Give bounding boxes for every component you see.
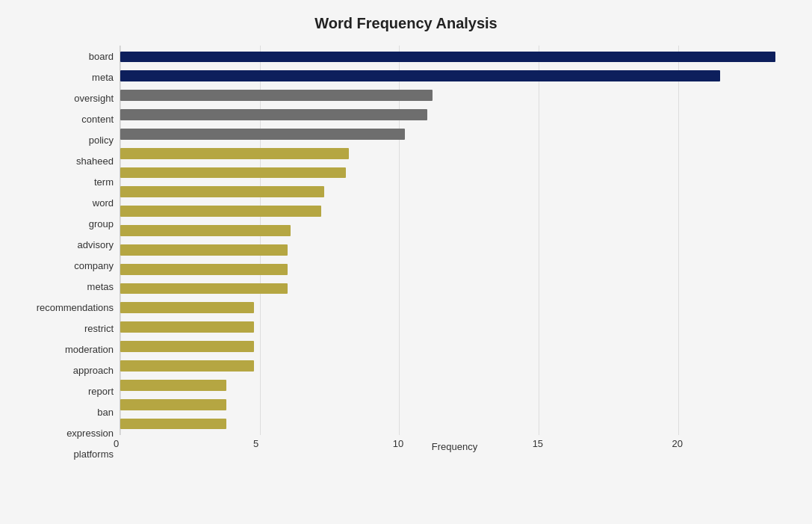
bar <box>120 90 433 101</box>
bar-row <box>120 105 790 125</box>
bar-row <box>120 240 790 259</box>
y-label: meta <box>92 73 114 82</box>
bar-row <box>120 86 790 105</box>
x-axis-title: Frequency <box>120 441 790 452</box>
x-tick-label: 20 <box>672 438 683 449</box>
bar <box>120 341 254 352</box>
bar <box>120 360 254 372</box>
y-label: platforms <box>74 449 114 459</box>
bar <box>120 380 226 391</box>
bar <box>120 167 346 179</box>
bar <box>120 264 288 275</box>
bar-row <box>120 67 790 86</box>
y-label: moderation <box>65 345 114 354</box>
y-axis-labels: boardmetaoversightcontentpolicyshaheedte… <box>22 46 120 465</box>
y-label: word <box>93 198 114 208</box>
y-label: metas <box>87 282 114 292</box>
x-axis: 05101520 Frequency <box>120 435 790 465</box>
bars-and-xaxis: 05101520 Frequency <box>120 46 790 465</box>
bar-row <box>120 144 790 163</box>
bar-row <box>120 182 790 202</box>
bar <box>120 225 291 236</box>
y-label: expression <box>66 428 114 438</box>
y-label: advisory <box>78 240 114 250</box>
bars-area <box>120 46 790 435</box>
x-tick-label: 10 <box>393 438 403 449</box>
bar <box>120 186 324 197</box>
bar <box>120 148 349 159</box>
bar-row <box>120 395 790 414</box>
y-label: policy <box>89 135 114 145</box>
bar-row <box>120 221 790 241</box>
x-tick-label: 5 <box>253 438 258 449</box>
y-label: content <box>81 114 114 124</box>
y-label: ban <box>97 407 114 417</box>
y-label: term <box>94 177 114 187</box>
y-label: group <box>89 219 114 229</box>
bar <box>120 302 254 313</box>
bar <box>120 109 427 120</box>
bar <box>120 52 775 63</box>
bar <box>120 321 254 333</box>
bar-row <box>120 318 790 337</box>
chart-title: Word Frequency Analysis <box>22 15 790 32</box>
bar <box>120 419 226 430</box>
y-label: approach <box>73 366 114 375</box>
bar <box>120 244 288 256</box>
bar-row <box>120 298 790 318</box>
bar-row <box>120 202 790 221</box>
y-label: board <box>89 52 114 61</box>
bar-row <box>120 47 790 67</box>
bar-row <box>120 414 790 434</box>
bar-row <box>120 259 790 279</box>
y-label: shaheed <box>76 156 114 166</box>
bar <box>120 399 226 410</box>
bar-row <box>120 357 790 376</box>
chart-area: boardmetaoversightcontentpolicyshaheedte… <box>22 46 790 465</box>
y-label: report <box>88 386 114 396</box>
bar-row <box>120 279 790 298</box>
bar <box>120 129 405 140</box>
bar-row <box>120 337 790 357</box>
bar-row <box>120 375 790 395</box>
x-tick-label: 15 <box>533 438 543 449</box>
bar-row <box>120 163 790 182</box>
x-tick-label: 0 <box>114 438 119 449</box>
bar <box>120 283 288 295</box>
y-label: recommendations <box>37 303 114 312</box>
y-label: company <box>74 261 114 271</box>
y-label: oversight <box>74 93 114 103</box>
chart-container: Word Frequency Analysis boardmetaoversig… <box>0 0 812 524</box>
bar <box>120 70 720 81</box>
bar <box>120 206 321 217</box>
y-label: restrict <box>84 324 114 333</box>
bar-row <box>120 124 790 144</box>
